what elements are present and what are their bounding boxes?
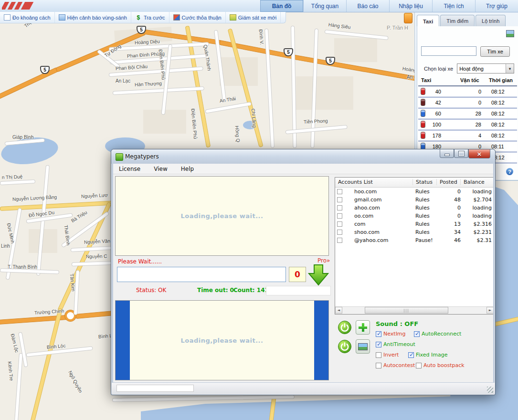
nav-tab-label: Báo cáo — [357, 3, 378, 10]
power-button[interactable] — [338, 339, 352, 354]
add-account-button[interactable] — [356, 320, 370, 335]
toolbar-button-monitor-new-vehicle[interactable]: Giám sát xe mới — [226, 12, 281, 23]
map-marker-icon[interactable] — [404, 13, 412, 23]
vehicle-status-select[interactable]: Hoạt động ▾ — [457, 63, 514, 74]
menu-license[interactable]: License — [119, 166, 147, 172]
account-posted: 0 — [438, 189, 461, 195]
option-antitimeout[interactable]: AntiTimeout — [376, 341, 415, 347]
close-button[interactable]: × — [468, 149, 490, 158]
nav-tab-label: Trợ giúp — [486, 3, 507, 10]
screen: 5 5 5 5 Triệu Hoàng Diệu Tự Động Phan Đì… — [0, 0, 518, 420]
account-email: hoo.com — [354, 189, 377, 195]
option-auto-boostpack[interactable]: Auto boostpack — [416, 362, 465, 368]
toolbar-button-fare-lookup[interactable]: $ Tra cước — [131, 12, 169, 23]
checkbox-icon — [414, 331, 420, 337]
account-row[interactable]: ahoo.com Rules 0 loading — [335, 204, 493, 212]
nav-tab[interactable]: Tiện ích — [432, 0, 475, 12]
top-navigation: Bản đồ Tổng quan Báo cáo Nhập liệu Tiện … — [0, 0, 518, 12]
toolbar-button-measure-distance[interactable]: Đo khoảng cách — [0, 12, 55, 23]
account-status: Rules — [415, 189, 430, 195]
maximize-button[interactable] — [454, 149, 468, 158]
scroll-right-arrow[interactable]: ► — [486, 307, 493, 314]
tab-route[interactable]: Lộ trình — [476, 15, 506, 27]
account-posted: 0 — [438, 213, 461, 219]
checkbox-icon — [376, 352, 381, 358]
column-header-accounts: Accounts List — [335, 179, 373, 185]
taxi-row[interactable]: 60 28 08:12 — [418, 108, 517, 119]
account-status: Rules — [415, 197, 430, 203]
loading-text: Loading,please wait... — [181, 337, 264, 344]
taxi-row[interactable]: 178 4 08:12 — [418, 130, 517, 141]
option-autoreconnect[interactable]: AutoReconnect — [414, 331, 461, 337]
scroll-left-arrow[interactable]: ◄ — [335, 307, 342, 314]
option-label: AutoReconnect — [422, 331, 461, 337]
resize-grip[interactable] — [487, 387, 493, 393]
account-balance: loading — [462, 205, 492, 211]
find-vehicle-button[interactable]: Tìm xe — [480, 46, 510, 57]
image-button[interactable] — [356, 339, 370, 354]
status-label: Status: OK — [136, 287, 166, 294]
start-button[interactable] — [338, 320, 352, 335]
search-vehicle-input[interactable] — [421, 46, 476, 56]
account-email: gmail.com — [354, 197, 382, 203]
account-balance: $2.31 — [462, 237, 492, 243]
tab-find-point[interactable]: Tìm điểm — [440, 15, 475, 27]
image-icon[interactable] — [506, 30, 514, 37]
checkbox-icon — [376, 331, 381, 337]
account-checkbox[interactable] — [337, 213, 342, 219]
column-header-speed: Vận tốc — [460, 77, 479, 83]
submit-arrow-icon[interactable] — [308, 264, 329, 286]
toolbar-button-show-zone-alerts[interactable]: Hiện cảnh báo vùng-sánh — [55, 12, 131, 23]
pro-link[interactable]: Pro» — [317, 257, 330, 264]
taxi-number: 40 — [428, 89, 441, 94]
nav-tab[interactable]: Báo cáo — [346, 0, 389, 12]
account-row[interactable]: hoo.com Rules 0 loading — [335, 188, 493, 196]
nav-tab[interactable]: Bản đồ — [260, 0, 303, 12]
horizontal-scrollbar[interactable]: ◄ ► — [335, 306, 493, 314]
taxi-row[interactable]: 42 0 08:12 — [418, 97, 517, 108]
option-autocontest[interactable]: Autocontest — [376, 362, 415, 368]
fare-agreement-icon — [173, 14, 180, 21]
option-invert[interactable]: Invert — [376, 352, 399, 358]
option-fixed-image[interactable]: Fixed Image — [408, 352, 447, 358]
account-row[interactable]: shoo.com Rules 34 $2.231 — [335, 228, 493, 236]
map-label: P. Trần H — [387, 25, 408, 31]
account-checkbox[interactable] — [337, 238, 342, 243]
toolbar-button-label: Hiện cảnh báo vùng-sánh — [67, 15, 127, 21]
minimize-button[interactable] — [440, 149, 454, 158]
taxi-icon — [421, 88, 425, 95]
tab-taxi[interactable]: Taxi — [417, 15, 439, 27]
nav-tab[interactable]: Trợ giúp — [475, 0, 518, 12]
nav-tab[interactable]: Tổng quan — [303, 0, 346, 12]
menu-view[interactable]: View — [154, 166, 174, 172]
taxi-row[interactable]: 40 0 08:12 — [418, 86, 517, 97]
toolbar-button-fare-agreement[interactable]: Cước thỏa thuận — [169, 12, 226, 23]
nav-tab[interactable]: Nhập liệu — [389, 0, 432, 12]
menu-bar: License View Help — [113, 164, 493, 174]
account-row[interactable]: com Rules 13 $2.316 — [335, 220, 493, 228]
account-row[interactable]: @yahoo.com Pause! 46 $2.31 — [335, 236, 493, 244]
map-label: Nguyễn C — [86, 253, 107, 259]
account-checkbox[interactable] — [337, 230, 342, 235]
taxi-speed: 0 — [461, 100, 481, 105]
menu-help[interactable]: Help — [181, 166, 201, 172]
dialog-client-area: Loading,please wait... Please Wait......… — [113, 174, 493, 382]
please-wait-label: Please Wait...... — [118, 258, 162, 265]
account-checkbox[interactable] — [337, 205, 342, 210]
counter-box: 0 — [289, 267, 306, 282]
account-checkbox[interactable] — [337, 221, 342, 227]
captcha-answer-input[interactable] — [117, 267, 286, 282]
account-checkbox[interactable] — [337, 189, 342, 194]
taxi-row[interactable]: 100 28 08:12 — [418, 119, 517, 130]
taxi-icon — [421, 121, 425, 128]
account-row[interactable]: oo.com Rules 0 loading — [335, 212, 493, 220]
window-titlebar[interactable]: Megatypers × — [111, 149, 495, 164]
scrollbar-thumb[interactable] — [365, 307, 448, 314]
account-email: @yahoo.com — [354, 237, 388, 243]
checkbox-icon — [376, 363, 381, 368]
help-icon[interactable]: ? — [506, 168, 513, 175]
option-nextimg[interactable]: NextImg — [376, 331, 406, 337]
account-row[interactable]: gmail.com Rules 48 $2.704 — [335, 196, 493, 204]
account-checkbox[interactable] — [337, 197, 342, 202]
app-icon — [116, 153, 123, 161]
